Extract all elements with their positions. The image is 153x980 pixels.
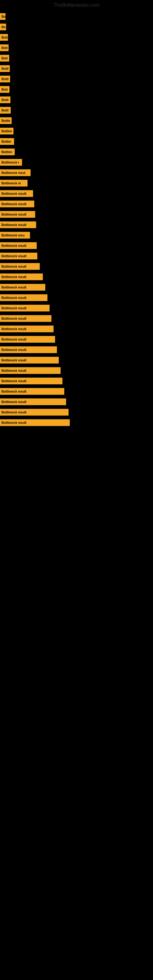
- bar-label: Bottleneck result: [0, 367, 61, 374]
- list-item: Bottleneck result: [0, 272, 153, 281]
- bar-label: Bottleneck result: [0, 409, 69, 415]
- bar-label: Bottlen: [0, 148, 15, 155]
- bar-label: Bottl: [0, 76, 10, 83]
- bar-label: Bottleneck result: [0, 242, 37, 249]
- list-item: Bott: [0, 43, 153, 52]
- bar-label: Bottl: [0, 107, 11, 114]
- bar-label: Bottleneck result: [0, 190, 33, 197]
- list-item: Bottleneck result: [0, 241, 153, 250]
- list-item: Bott: [0, 33, 153, 41]
- list-item: Bottleneck result: [0, 408, 153, 417]
- list-item: Bottleneck result: [0, 398, 153, 406]
- bar-label: Bottleneck resul: [0, 169, 30, 176]
- bars-container: BoBoBottBottBottBottlBottlBottBottlBottl…: [0, 9, 153, 432]
- list-item: Bottler: [0, 137, 153, 146]
- list-item: Bottleneck result: [0, 304, 153, 312]
- bar-label: Bottleneck result: [0, 388, 64, 395]
- list-item: Bottl: [0, 106, 153, 115]
- bar-label: Bottleneck r: [0, 159, 22, 166]
- bar-label: Bott: [0, 34, 8, 41]
- list-item: Bottleneck result: [0, 314, 153, 323]
- list-item: Bottleneck result: [0, 418, 153, 427]
- list-item: Bo: [0, 12, 153, 21]
- list-item: Bottleneck result: [0, 293, 153, 302]
- list-item: Bottleneck result: [0, 356, 153, 364]
- bar-label: Bottleneck result: [0, 305, 49, 312]
- bar-label: Bottl: [0, 65, 10, 72]
- list-item: Bottleneck result: [0, 366, 153, 375]
- list-item: Bottlen: [0, 127, 153, 135]
- bar-label: Bottleneck result: [0, 253, 37, 259]
- bar-label: Bottleneck result: [0, 398, 66, 405]
- list-item: Bottleneck resu: [0, 231, 153, 240]
- list-item: Bottl: [0, 75, 153, 83]
- list-item: Bottlen: [0, 148, 153, 156]
- list-item: Bottleneck result: [0, 210, 153, 219]
- list-item: Bottleneck result: [0, 200, 153, 208]
- bar-label: Bott: [0, 55, 9, 62]
- bar-label: Bottleneck result: [0, 263, 40, 270]
- list-item: Bottleneck result: [0, 335, 153, 344]
- bar-label: Bottler: [0, 138, 14, 145]
- list-item: Bottleneck result: [0, 387, 153, 396]
- bar-label: Bo: [0, 13, 5, 20]
- bar-label: Bottleneck result: [0, 200, 34, 207]
- bar-label: Bottleneck result: [0, 336, 55, 343]
- list-item: Bottleneck result: [0, 377, 153, 385]
- bar-label: Bottleneck resu: [0, 232, 30, 239]
- site-title: TheBottlenecker.com: [0, 0, 153, 9]
- list-item: Bottleneck r: [0, 158, 153, 167]
- bar-label: Bottl: [0, 97, 10, 103]
- list-item: Bottleneck result: [0, 252, 153, 260]
- bar-label: Bottle: [0, 117, 12, 124]
- bar-label: Bottleneck result: [0, 221, 36, 228]
- bar-label: Bottleneck re: [0, 180, 27, 186]
- list-item: Bottleneck result: [0, 189, 153, 198]
- bar-label: Bottleneck result: [0, 284, 45, 291]
- bar-label: Bott: [0, 45, 9, 51]
- list-item: Bottleneck result: [0, 283, 153, 291]
- list-item: Bottleneck resul: [0, 169, 153, 177]
- bar-label: Bo: [0, 24, 6, 30]
- list-item: Bottleneck result: [0, 262, 153, 271]
- list-item: Bottleneck re: [0, 179, 153, 188]
- list-item: Bottle: [0, 116, 153, 125]
- bar-label: Bottlen: [0, 128, 13, 134]
- list-item: Bottl: [0, 95, 153, 104]
- list-item: Bottleneck result: [0, 221, 153, 229]
- bar-label: Bottleneck result: [0, 326, 54, 332]
- list-item: Bottleneck result: [0, 325, 153, 333]
- list-item: Bo: [0, 23, 153, 31]
- bar-label: Bottleneck result: [0, 346, 57, 353]
- bar-label: Bottleneck result: [0, 294, 48, 301]
- bar-label: Bottleneck result: [0, 419, 70, 426]
- bar-label: Bottleneck result: [0, 357, 59, 364]
- bar-label: Bottleneck result: [0, 315, 51, 322]
- bar-label: Bottleneck result: [0, 378, 62, 384]
- bar-label: Bottleneck result: [0, 211, 35, 218]
- bar-label: Bott: [0, 86, 10, 93]
- list-item: Bott: [0, 54, 153, 62]
- list-item: Bottl: [0, 64, 153, 73]
- list-item: Bottleneck result: [0, 345, 153, 354]
- list-item: Bott: [0, 85, 153, 94]
- bar-label: Bottleneck result: [0, 274, 43, 280]
